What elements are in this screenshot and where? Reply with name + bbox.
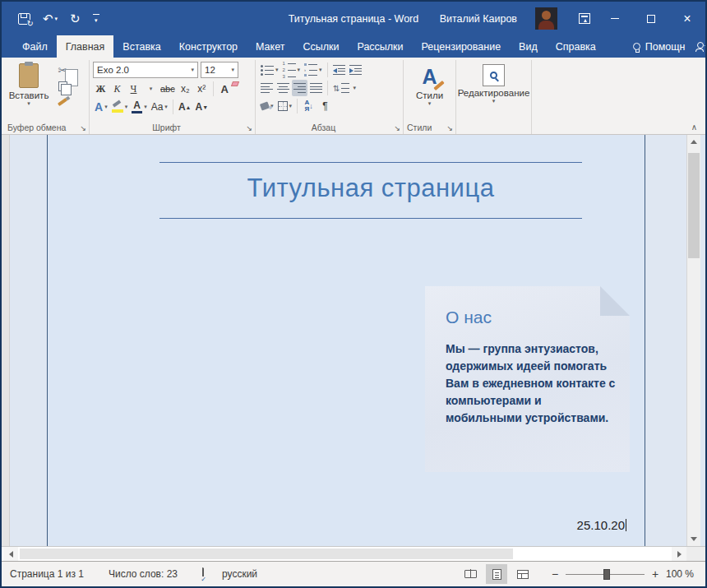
- font-size-combo[interactable]: 12 ▾: [201, 62, 238, 78]
- tab-mailings[interactable]: Рассылки: [348, 35, 412, 58]
- read-mode-icon: [464, 570, 477, 578]
- line-spacing-button[interactable]: ⇅ ▾: [331, 80, 358, 96]
- user-avatar[interactable]: [535, 7, 557, 30]
- shading-button[interactable]: ▾: [259, 98, 275, 114]
- proofing-button[interactable]: ✓: [197, 568, 209, 580]
- redo-button[interactable]: ↻: [70, 12, 81, 25]
- scroll-left-button[interactable]: [3, 547, 18, 561]
- tab-layout[interactable]: Макет: [247, 35, 293, 58]
- tab-design[interactable]: Конструктор: [170, 35, 247, 58]
- undo-button[interactable]: ↶ ▾: [43, 12, 58, 25]
- print-layout-button[interactable]: [486, 564, 507, 584]
- underline-dropdown-icon[interactable]: ▾: [150, 86, 153, 92]
- superscript-button[interactable]: x²: [194, 81, 210, 97]
- language-indicator[interactable]: русский: [217, 568, 262, 580]
- format-painter-button[interactable]: [53, 95, 72, 109]
- clear-formatting-button[interactable]: А: [217, 81, 233, 97]
- vertical-scrollbar-thumb[interactable]: [688, 153, 700, 258]
- bold-button[interactable]: Ж: [93, 81, 109, 97]
- styles-dialog-launcher[interactable]: ↘: [446, 125, 453, 132]
- sort-button[interactable]: АЯ ↓: [301, 98, 317, 114]
- share-button[interactable]: Поделиться: [690, 35, 707, 58]
- copy-icon: [58, 81, 67, 91]
- about-heading[interactable]: О нас: [446, 308, 492, 327]
- horizontal-scrollbar-thumb[interactable]: [20, 549, 513, 559]
- document-title-text[interactable]: Титульная страница: [159, 174, 582, 203]
- styles-button[interactable]: А Стили ▾: [407, 62, 452, 120]
- scroll-up-button[interactable]: [687, 135, 700, 149]
- tab-help[interactable]: Справка: [547, 35, 605, 58]
- horizontal-scrollbar[interactable]: [2, 546, 686, 561]
- font-name-dropdown-icon[interactable]: ▾: [187, 67, 194, 73]
- save-button[interactable]: ↻: [18, 13, 30, 25]
- page-count[interactable]: Страница 1 из 1: [2, 568, 89, 580]
- align-right-button[interactable]: [292, 80, 307, 96]
- tell-me-label: Помощн: [645, 41, 686, 53]
- scroll-right-button[interactable]: [672, 547, 686, 561]
- undo-dropdown-icon[interactable]: ▾: [55, 16, 58, 21]
- paragraph-group-label: Абзац: [256, 123, 391, 132]
- close-icon: ×: [683, 12, 691, 25]
- show-paragraph-marks-button[interactable]: ¶: [317, 98, 333, 114]
- tab-file[interactable]: Файл: [13, 35, 57, 58]
- zoom-slider[interactable]: [566, 574, 645, 575]
- close-button[interactable]: ×: [669, 7, 705, 31]
- read-mode-button[interactable]: [460, 564, 481, 584]
- font-size-dropdown-icon[interactable]: ▾: [228, 67, 234, 73]
- underline-button[interactable]: Ч: [126, 81, 141, 97]
- web-layout-button[interactable]: [512, 564, 534, 584]
- tab-home[interactable]: Главная: [57, 35, 114, 58]
- customize-qat-button[interactable]: ▾: [93, 14, 99, 23]
- subscript-button[interactable]: x₂: [178, 81, 193, 97]
- user-name[interactable]: Виталий Каиров: [440, 13, 517, 25]
- tab-review[interactable]: Рецензирование: [413, 35, 511, 58]
- zoom-percentage[interactable]: 100 %: [663, 568, 705, 580]
- editing-button[interactable]: Редактирование ▾: [460, 62, 528, 120]
- align-center-button[interactable]: [275, 80, 291, 96]
- tab-references[interactable]: Ссылки: [293, 35, 348, 58]
- font-name-value: Exo 2.0: [97, 65, 129, 75]
- increase-indent-button[interactable]: [348, 62, 363, 78]
- bullets-button[interactable]: ▾: [259, 62, 280, 78]
- numbering-button[interactable]: 1 2 3 ▾: [281, 62, 303, 78]
- vertical-scrollbar[interactable]: [686, 135, 700, 546]
- minimize-button[interactable]: [597, 7, 633, 31]
- collapse-ribbon-button[interactable]: ∧: [691, 123, 697, 132]
- align-left-button[interactable]: [259, 80, 275, 96]
- ribbon-display-options-icon[interactable]: [579, 13, 590, 24]
- document-date[interactable]: 25.10.20: [577, 518, 626, 532]
- paste-button[interactable]: Вставить ▾: [7, 62, 50, 120]
- paragraph-dialog-launcher[interactable]: ↘: [394, 125, 400, 132]
- font-color-button[interactable]: А ▾: [130, 99, 149, 115]
- justify-button[interactable]: [308, 80, 324, 96]
- grow-font-button[interactable]: А▲: [177, 99, 193, 115]
- document-page[interactable]: Титульная страница О нас Мы — группа энт…: [47, 135, 645, 546]
- zoom-in-button[interactable]: +: [648, 567, 663, 581]
- about-card[interactable]: О нас Мы — группа энтузиастов, одержимых…: [425, 286, 630, 472]
- highlight-button[interactable]: ▾: [110, 99, 130, 115]
- zoom-out-button[interactable]: −: [548, 567, 562, 581]
- word-count[interactable]: Число слов: 23: [104, 568, 183, 580]
- styles-label: Стили: [416, 90, 443, 100]
- paste-dropdown-icon[interactable]: ▾: [27, 100, 30, 107]
- strikethrough-button[interactable]: abc: [159, 81, 177, 97]
- tab-view[interactable]: Вид: [510, 35, 547, 58]
- maximize-button[interactable]: [633, 7, 669, 31]
- tell-me-button[interactable]: Помощн: [628, 35, 691, 58]
- italic-button[interactable]: К: [109, 81, 125, 97]
- borders-button[interactable]: ▾: [276, 98, 294, 114]
- font-dialog-launcher[interactable]: ↘: [246, 125, 252, 132]
- decrease-indent-button[interactable]: [331, 62, 347, 78]
- text-effects-button[interactable]: А ▾: [93, 99, 109, 115]
- font-name-combo[interactable]: Exo 2.0 ▾: [93, 62, 198, 78]
- clipboard-dialog-launcher[interactable]: ↘: [80, 125, 86, 132]
- scroll-down-button[interactable]: [687, 532, 700, 546]
- borders-icon: [278, 101, 288, 111]
- change-case-button[interactable]: Aa ▾: [150, 99, 169, 115]
- zoom-slider-thumb[interactable]: [603, 569, 610, 580]
- multilevel-list-button[interactable]: › ▾: [303, 62, 324, 78]
- about-body-text[interactable]: Мы — группа энтузиастов, одержимых идеей…: [446, 340, 617, 427]
- title-bar: ↻ ↶ ▾ ↻ ▾ Титульная страница - Word Вита…: [2, 2, 705, 35]
- tab-insert[interactable]: Вставка: [113, 35, 169, 58]
- shrink-font-button[interactable]: А▼: [193, 99, 210, 115]
